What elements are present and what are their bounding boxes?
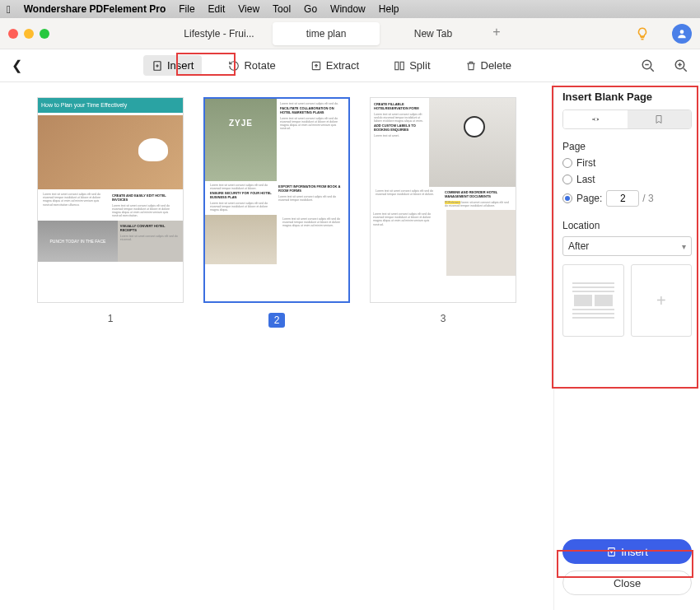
orientation-portrait-tab[interactable] <box>628 110 692 128</box>
radio-label: First <box>576 157 595 169</box>
tab-new[interactable]: New Tab <box>380 22 487 45</box>
menu-file[interactable]: File <box>179 3 194 15</box>
bookmark-icon <box>654 114 664 125</box>
zoom-in-button[interactable] <box>674 58 688 73</box>
menu-go[interactable]: Go <box>304 3 317 15</box>
minimize-window-icon[interactable] <box>24 29 34 39</box>
tab-label: time plan <box>306 28 347 40</box>
radio-label: Last <box>576 174 595 185</box>
insert-blank-page-panel: Insert Blank Page Page First Last Page: … <box>553 82 700 610</box>
close-button[interactable]: Close <box>562 570 692 595</box>
location-label: Location <box>562 220 692 231</box>
page-thumbnail-3[interactable]: CREATE FILLABLE HOTELRESERVATION FORMLor… <box>370 97 516 303</box>
page-total: / 3 <box>642 193 653 204</box>
page-col-1: How to Plan your Time Effectively Lorem … <box>37 97 184 324</box>
radio-icon <box>562 193 572 203</box>
user-avatar-icon[interactable] <box>672 24 692 44</box>
tab-label: Lifestyle - Frui... <box>184 28 254 40</box>
orientation-landscape-tab[interactable] <box>563 110 628 128</box>
menu-tool[interactable]: Tool <box>273 3 291 15</box>
page2-section-b: ENSURE SECURITY FOR YOUR HOTEL BUSINESS … <box>210 192 275 200</box>
macos-menubar:  Wondershare PDFelement Pro File Edit V… <box>0 0 700 18</box>
toolbar-label: Split <box>409 59 430 72</box>
svg-rect-3 <box>395 62 399 69</box>
location-select[interactable]: After ▾ <box>562 236 692 256</box>
svg-point-0 <box>680 30 684 34</box>
toolbar-insert-button[interactable]: Insert <box>143 55 203 76</box>
chevron-down-icon: ▾ <box>682 242 686 251</box>
toolbar-extract-button[interactable]: Extract <box>302 55 367 76</box>
traffic-lights <box>8 29 49 39</box>
radio-page[interactable]: Page: / 3 <box>562 190 692 207</box>
page1-title: How to Plan your Time Effectively <box>38 98 183 113</box>
apple-menu-icon[interactable]:  <box>7 3 11 16</box>
page2-section-a: FACILITATE COLLABORATION ON HOTEL MARKET… <box>280 107 345 115</box>
page1-punch: PUNCH TODAY IN THE FACE <box>38 221 118 262</box>
plus-icon: + <box>656 291 666 310</box>
toolbar-delete-button[interactable]: Delete <box>457 55 520 76</box>
extract-icon <box>310 60 322 72</box>
toolbar-label: Rotate <box>244 59 275 72</box>
page-thumbnails: How to Plan your Time Effectively Lorem … <box>0 82 553 610</box>
radio-first[interactable]: First <box>562 157 692 169</box>
tab-lifestyle[interactable]: Lifestyle - Frui... <box>166 22 273 45</box>
radio-label: Page: <box>576 193 602 204</box>
svg-rect-4 <box>400 62 404 69</box>
tab-time-plan[interactable]: time plan <box>273 22 380 45</box>
radio-icon <box>562 158 572 168</box>
menu-window[interactable]: Window <box>330 3 366 15</box>
page-number-2: 2 <box>268 313 286 328</box>
page-toolbar: ❮ Insert Rotate Extract Split Delete <box>0 49 700 82</box>
insert-page-icon <box>152 60 163 72</box>
page3-section-c: COMBINE AND REORDER HOTEL MANAGEMENT DOC… <box>445 191 511 199</box>
page-section-label: Page <box>562 141 692 152</box>
insert-button[interactable]: Insert <box>562 539 692 564</box>
toolbar-label: Delete <box>481 59 512 72</box>
rotate-icon <box>228 60 240 72</box>
main-area: How to Plan your Time Effectively Lorem … <box>0 82 700 610</box>
trash-icon <box>465 60 477 72</box>
insert-page-icon <box>606 547 617 557</box>
menu-edit[interactable]: Edit <box>208 3 226 15</box>
app-name[interactable]: Wondershare PDFelement Pro <box>24 3 166 15</box>
page1-section-b: VISUALLY CONVERT HOTEL RECEIPTS <box>120 225 180 233</box>
toolbar-split-button[interactable]: Split <box>385 55 438 76</box>
window-controls-bar: Lifestyle - Frui... time plan New Tab + <box>0 18 700 49</box>
button-label: Close <box>614 577 641 589</box>
toolbar-label: Insert <box>167 59 194 72</box>
tab-label: New Tab <box>414 28 452 40</box>
zoom-out-button[interactable] <box>641 58 656 73</box>
tip-bulb-icon[interactable] <box>632 24 652 44</box>
page3-section-a: CREATE FILLABLE HOTELRESERVATION FORM <box>374 103 426 111</box>
layout-preview-content[interactable] <box>562 264 624 337</box>
page-col-2: Lorem text sit amet consect adipis elit … <box>203 97 350 328</box>
layout-preview-row: + <box>562 264 692 337</box>
page-thumbnail-2[interactable]: Lorem text sit amet consect adipis elit … <box>203 97 350 303</box>
landscape-icon <box>590 114 601 124</box>
page3-section-b: ADD CUSTOM LABELS TO BOOKING ENQUIRIES <box>374 124 426 133</box>
menu-help[interactable]: Help <box>379 3 399 15</box>
radio-last[interactable]: Last <box>562 174 692 185</box>
toolbar-rotate-button[interactable]: Rotate <box>220 55 283 76</box>
close-window-icon[interactable] <box>8 29 18 39</box>
back-button[interactable]: ❮ <box>12 58 22 73</box>
sidepanel-title: Insert Blank Page <box>562 91 692 103</box>
toolbar-label: Extract <box>326 59 359 72</box>
menu-view[interactable]: View <box>238 3 259 15</box>
page-number-input[interactable] <box>606 190 639 207</box>
zoom-window-icon[interactable] <box>40 29 49 39</box>
location-value: After <box>568 240 589 252</box>
layout-preview-blank[interactable]: + <box>631 264 693 337</box>
button-label: Insert <box>621 546 648 558</box>
page-col-3: CREATE FILLABLE HOTELRESERVATION FORMLor… <box>370 97 516 324</box>
radio-icon <box>562 175 572 184</box>
page1-section-a: CREATE AND EASILY EDIT HOTEL INVOICES <box>112 194 178 203</box>
split-icon <box>394 60 405 72</box>
orientation-tabs <box>562 109 692 129</box>
page2-section-c: EXPORT INFORMATION FROM BOOK A ROOM FORM… <box>278 185 343 193</box>
page-number-3: 3 <box>441 313 446 324</box>
page-number-1: 1 <box>108 313 114 324</box>
document-tabs: Lifestyle - Frui... time plan New Tab + <box>49 22 623 45</box>
page-thumbnail-1[interactable]: How to Plan your Time Effectively Lorem … <box>37 97 184 303</box>
new-tab-button[interactable]: + <box>487 22 506 42</box>
